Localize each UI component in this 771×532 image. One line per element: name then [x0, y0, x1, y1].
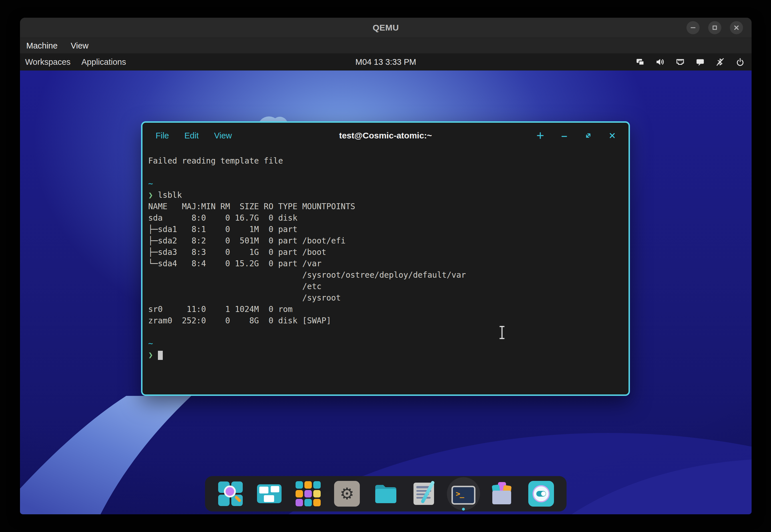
bluetooth-disabled-icon[interactable] [715, 57, 725, 67]
system-tray [635, 53, 745, 70]
terminal-maximize-button[interactable] [583, 131, 593, 140]
volume-icon[interactable] [655, 57, 665, 67]
dock-item-launcher[interactable] [217, 481, 243, 507]
plus-icon [536, 131, 545, 140]
terminal-title: test@Cosmic-atomic:~ [339, 131, 432, 140]
cosmic-top-panel: Workspaces Applications M04 13 3:33 PM [20, 53, 752, 70]
clock-applet[interactable]: M04 13 3:33 PM [355, 57, 416, 67]
qemu-menubar: Machine View [20, 38, 752, 53]
applications-button[interactable]: Applications [81, 57, 126, 67]
qemu-window: QEMU Machine View Wor [20, 18, 752, 514]
minimize-icon [560, 131, 569, 140]
dock-item-app-library[interactable] [295, 481, 321, 507]
terminal-menu-edit[interactable]: Edit [184, 131, 199, 140]
terminal-titlebar[interactable]: File Edit View test@Cosmic-atomic:~ [142, 123, 629, 148]
dock-item-workspaces[interactable] [256, 481, 282, 507]
launcher-icon [217, 481, 243, 507]
wallpaper-swoosh [20, 396, 191, 514]
menu-view[interactable]: View [70, 41, 89, 51]
dock-item-tweaks[interactable] [528, 481, 554, 507]
dock-item-text-editor[interactable] [412, 481, 438, 507]
terminal-window: File Edit View test@Cosmic-atomic:~ [141, 121, 630, 396]
terminal-menu-view[interactable]: View [214, 131, 232, 140]
files-folder-icon [373, 481, 399, 507]
minimize-icon [690, 25, 696, 31]
qemu-window-controls [687, 18, 743, 38]
panel-left: Workspaces Applications [20, 57, 126, 67]
terminal-menus: File Edit View [142, 131, 232, 140]
windows-stack-icon[interactable] [635, 57, 645, 67]
close-button[interactable] [730, 21, 743, 34]
qemu-titlebar[interactable]: QEMU [20, 18, 752, 38]
terminal-controls [536, 123, 617, 148]
tweaks-toggle-icon [528, 481, 554, 507]
close-x-icon [608, 131, 617, 140]
workspaces-icon [256, 481, 282, 507]
text-editor-icon [412, 481, 438, 507]
close-icon [733, 25, 740, 31]
terminal-app-icon: >_ [452, 486, 476, 505]
dock-item-settings[interactable]: ⚙ [334, 481, 360, 507]
maximize-arrow-icon [584, 131, 593, 140]
desktop[interactable]: ⚙ [20, 70, 752, 514]
app-library-icon [295, 481, 321, 507]
qemu-window-title: QEMU [372, 23, 399, 33]
chat-icon[interactable] [695, 57, 705, 67]
dock-item-files[interactable] [373, 481, 399, 507]
ethernet-icon[interactable] [675, 57, 685, 67]
screenshot-stage: QEMU Machine View Wor [0, 0, 771, 532]
terminal-close-button[interactable] [607, 131, 617, 140]
guest-screen: Workspaces Applications M04 13 3:33 PM [20, 53, 752, 514]
menu-machine[interactable]: Machine [26, 41, 58, 51]
terminal-output: Failed reading template file ~❯ lsblkNAM… [148, 155, 623, 361]
dock: ⚙ [205, 476, 567, 511]
terminal-body[interactable]: Failed reading template file ~❯ lsblkNAM… [142, 148, 629, 361]
terminal-menu-file[interactable]: File [156, 131, 169, 140]
maximize-icon [712, 25, 718, 31]
store-icon [490, 481, 515, 507]
settings-gear-icon: ⚙ [334, 481, 360, 507]
new-tab-button[interactable] [536, 131, 545, 140]
minimize-button[interactable] [687, 21, 700, 34]
dock-item-store[interactable] [490, 481, 515, 507]
maximize-button[interactable] [708, 21, 721, 34]
workspaces-button[interactable]: Workspaces [25, 57, 71, 67]
terminal-minimize-button[interactable] [559, 131, 569, 140]
dock-item-terminal[interactable]: >_ [451, 481, 476, 507]
mouse-text-cursor [498, 325, 506, 341]
power-icon[interactable] [735, 57, 745, 67]
